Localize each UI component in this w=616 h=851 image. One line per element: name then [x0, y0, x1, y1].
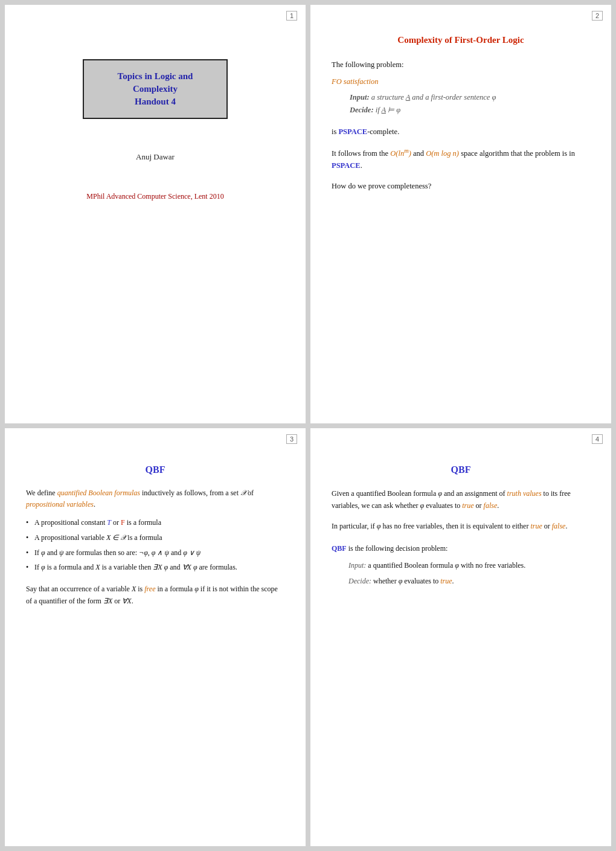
slide3-fphi: φ — [194, 585, 199, 593]
slide2-input-text: a structure — [370, 93, 406, 101]
slide4-indent: Input: a quantified Boolean formula φ wi… — [348, 559, 590, 588]
slide3-propvars: propositional variables — [26, 500, 94, 509]
slide4-heading: QBF — [332, 464, 590, 475]
slide3-footer: Say that an occurrence of a variable X i… — [26, 583, 284, 608]
slide2-para1: The following problem: — [332, 59, 590, 71]
slide4-false2: false — [552, 522, 566, 530]
slide3-intro: We define quantified Boolean formulas in… — [26, 487, 284, 512]
slide3-F: F — [121, 518, 125, 527]
slide3-bullet1: A propositional constant T or F is a for… — [26, 517, 284, 529]
slide3-phi2: φ — [41, 563, 45, 571]
slide4-input: Input: a quantified Boolean formula φ wi… — [348, 559, 590, 571]
slide4-input-phi: φ — [455, 561, 459, 570]
slide3-bullet4: If φ is a formula and X is a variable th… — [26, 562, 284, 574]
slide3-fX: X — [132, 585, 136, 593]
slide3-bullet3: If φ and ψ are formulas then so are: ¬φ,… — [26, 547, 284, 559]
slide3-existsX: ∃X — [103, 597, 112, 605]
slide3-qbf-term: quantified Boolean formulas — [57, 489, 140, 497]
slide4-qbf-problem: QBF is the following decision problem: I… — [332, 542, 590, 588]
slide4-input-label: Input: — [348, 561, 366, 570]
slide-number-3: 3 — [286, 434, 297, 444]
slide3-phior: φ ∨ ψ — [183, 548, 201, 557]
title-box: Topics in Logic and Complexity Handout 4 — [83, 59, 228, 119]
slide1-author: Anuj Dawar — [26, 152, 284, 162]
slide-number-2: 2 — [592, 11, 603, 21]
slide-3: 3 QBF We define quantified Boolean formu… — [5, 428, 306, 847]
slide2-problem-label: FO satisfaction — [332, 75, 590, 88]
slide2-heading: Complexity of First-Order Logic — [332, 35, 590, 45]
slide3-negphi: ¬φ — [139, 548, 148, 557]
slide2-math1: O(lnm) — [390, 149, 411, 158]
slide3-phi1: φ — [41, 548, 45, 557]
slide-1: 1 Topics in Logic and Complexity Handout… — [5, 5, 306, 423]
slide3-forallX: ∀X — [122, 597, 131, 605]
slide2-decide-text: if — [374, 106, 382, 114]
slide2-body: The following problem: FO satisfaction I… — [332, 59, 590, 192]
slide4-phi3: φ — [377, 522, 381, 530]
slide2-input: Input: a structure A and a first-order s… — [350, 91, 590, 104]
slide1-course: MPhil Advanced Computer Science, Lent 20… — [26, 192, 284, 201]
slide3-forall: ∀X φ — [182, 563, 197, 571]
slide3-X: 𝒳 — [240, 489, 246, 497]
slide4-false1: false — [484, 501, 498, 510]
slide4-para2: In particular, if φ has no free variable… — [332, 520, 590, 532]
slide2-decide-phi: φ — [396, 106, 400, 114]
slide3-psi1: ψ — [59, 548, 63, 557]
slide2-decide-struct: A — [382, 106, 386, 114]
slide-title-line1: Topics in Logic and Complexity — [96, 70, 214, 95]
slide2-decide-label: Decide: — [350, 106, 374, 114]
slide4-decide-label: Decide: — [348, 577, 371, 585]
slide-4: 4 QBF Given a quantified Boolean formula… — [310, 428, 611, 847]
slide2-para3: How do we prove completeness? — [332, 180, 590, 192]
slide3-heading: QBF — [26, 464, 284, 475]
slide3-X2: X — [95, 563, 100, 571]
slide2-input-phi: φ — [492, 93, 496, 101]
slide-title-line2: Handout 4 — [96, 95, 214, 108]
slide3-Xvar: X ∈ 𝒳 — [106, 533, 126, 542]
slide3-free: free — [144, 585, 155, 593]
slide4-phi1: φ — [438, 489, 442, 498]
slide2-pspace2: PSPACE — [332, 161, 361, 170]
slide2-decide: Decide: if A ⊨ φ — [350, 104, 590, 117]
slide4-body: Given a quantified Boolean formula φ and… — [332, 487, 590, 588]
slide-2: 2 Complexity of First-Order Logic The fo… — [310, 5, 611, 423]
slide3-body: We define quantified Boolean formulas in… — [26, 487, 284, 608]
slide4-phi2: φ — [420, 501, 425, 510]
pspace-label: PSPACE — [338, 127, 367, 136]
slide2-input-label: Input: — [350, 93, 370, 101]
slide2-para2: It follows from the O(lnm) and O(m log n… — [332, 146, 590, 172]
slide4-true2: true — [530, 522, 542, 530]
slide4-qbf-name: QBF — [332, 544, 347, 553]
slide4-truth-values: truth values — [507, 489, 542, 498]
slide4-true1: true — [462, 501, 473, 510]
slide2-complete: is PSPACE-complete. — [332, 126, 590, 138]
slide4-decide-phi: φ — [399, 577, 403, 585]
slide3-footer-text: Say that an occurrence of a variable X i… — [26, 583, 284, 608]
slide-number-1: 1 — [286, 11, 297, 21]
slide2-input-text2: and a first-order sentence — [410, 93, 492, 101]
slide3-exists: ∃X φ — [153, 563, 168, 571]
slide3-phiand: φ ∧ ψ — [152, 548, 169, 557]
slide3-T: T — [107, 518, 111, 527]
slide3-bullets: A propositional constant T or F is a for… — [26, 517, 284, 574]
slide3-bullet2: A propositional variable X ∈ 𝒳 is a form… — [26, 532, 284, 544]
slide4-qbf-desc: is the following decision problem: — [347, 544, 448, 553]
slide2-math2: O(m log n) — [426, 149, 459, 158]
slide-number-4: 4 — [592, 434, 603, 444]
slide4-qbf-label-line: QBF is the following decision problem: — [332, 542, 590, 554]
slide2-indent: Input: a structure A and a first-order s… — [350, 91, 590, 117]
slide-grid: 1 Topics in Logic and Complexity Handout… — [0, 0, 616, 851]
slide4-para1: Given a quantified Boolean formula φ and… — [332, 487, 590, 512]
slide2-decide-models: ⊨ — [386, 106, 396, 114]
slide4-decide: Decide: whether φ evaluates to true. — [348, 575, 590, 587]
slide4-decide-true: true — [440, 577, 452, 585]
